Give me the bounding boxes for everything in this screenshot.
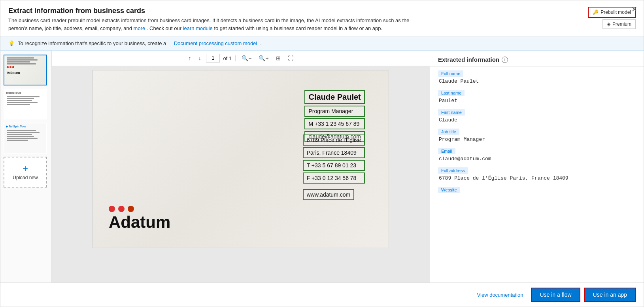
- page-number-input[interactable]: [206, 54, 220, 63]
- zoom-in-button[interactable]: 🔍+: [257, 54, 270, 62]
- field-value-job-title: Program Manager: [438, 136, 636, 142]
- card-address: 6789 Place de l'Église Paris, France 184…: [303, 135, 365, 200]
- thumbnail-item-2[interactable]: Rolecloud: [4, 89, 47, 119]
- main-content: Adatum Rolecloud ▶ TailSpin Toys: [0, 51, 644, 282]
- header-left: Extract information from business cards …: [8, 7, 423, 32]
- card-job-title: Program Manager: [304, 106, 365, 117]
- extracted-fields-list: Full name Claude Paulet Last name Paulet…: [430, 66, 644, 282]
- field-label-full-name: Full name: [438, 70, 463, 77]
- business-card-image: Adatum Claude Paulet Program Manager M +…: [93, 70, 389, 248]
- dialog-title: Extract information from business cards: [8, 7, 423, 15]
- dialog-header: Extract information from business cards …: [0, 0, 644, 36]
- company-name: Adatum: [109, 213, 170, 232]
- field-job-title: Job title Program Manager: [438, 129, 636, 142]
- prebuilt-model-button[interactable]: 🔑 Prebuilt model: [588, 7, 636, 18]
- upload-new-button[interactable]: + Upload new: [4, 157, 47, 188]
- thumbnail-item-1[interactable]: Adatum: [4, 55, 47, 85]
- dot-2: [118, 206, 125, 212]
- field-label-job-title: Job title: [438, 129, 459, 135]
- custom-model-link[interactable]: Document processing custom model: [174, 40, 257, 46]
- header-right: 🔑 Prebuilt model ◈ Premium: [588, 7, 636, 29]
- nav-down-button[interactable]: ↓: [196, 54, 203, 62]
- learn-module-link[interactable]: learn module: [183, 25, 213, 31]
- plus-icon: +: [23, 164, 28, 173]
- field-full-name: Full name Claude Paulet: [438, 70, 636, 84]
- field-last-name: Last name Paulet: [438, 90, 636, 104]
- more-link[interactable]: more: [134, 25, 145, 31]
- card-website: www.adatum.com: [303, 189, 354, 200]
- field-label-website: Website: [438, 187, 460, 193]
- dot-3: [128, 206, 134, 212]
- card-phone2: T +33 5 67 89 01 23: [303, 160, 365, 171]
- info-panel-title: Extracted information i: [438, 56, 636, 63]
- fit-width-button[interactable]: ⊞: [274, 54, 283, 62]
- use-in-app-button[interactable]: Use in an app: [584, 288, 636, 302]
- bottom-bar: View documentation Use in a flow Use in …: [0, 282, 644, 307]
- thumbnail-panel: Adatum Rolecloud ▶ TailSpin Toys: [0, 51, 52, 282]
- field-email: Email claude@adatum.com: [438, 148, 636, 162]
- field-website: Website: [438, 187, 636, 195]
- nav-up-button[interactable]: ↑: [186, 54, 193, 62]
- field-value-email: claude@adatum.com: [438, 156, 636, 162]
- page-total: of 1: [223, 55, 232, 61]
- field-value-full-address: 6789 Place de l'Église Paris, France 184…: [438, 175, 636, 181]
- info-panel-header: Extracted information i: [430, 51, 644, 66]
- card-company: Adatum: [109, 213, 170, 232]
- info-tooltip-icon[interactable]: i: [502, 57, 508, 63]
- field-value-full-name: Claude Paulet: [438, 78, 636, 84]
- field-first-name: First name Claude: [438, 109, 636, 123]
- card-full-name: Claude Paulet: [304, 90, 365, 104]
- info-panel: Extracted information i Full name Claude…: [430, 51, 644, 282]
- image-toolbar: ↑ ↓ of 1 | 🔍− 🔍+ ⊞ ⛶: [52, 51, 430, 66]
- field-label-first-name: First name: [438, 109, 465, 116]
- view-docs-link[interactable]: View documentation: [477, 292, 523, 298]
- close-button[interactable]: ✕: [631, 5, 637, 14]
- card-dots: [109, 206, 134, 212]
- field-label-full-address: Full address: [438, 167, 468, 174]
- image-viewport: Adatum Claude Paulet Program Manager M +…: [52, 66, 430, 282]
- fullscreen-button[interactable]: ⛶: [286, 54, 295, 62]
- field-value-first-name: Claude: [438, 117, 636, 123]
- thumbnail-item-3[interactable]: ▶ TailSpin Toys: [4, 123, 47, 154]
- diamond-icon: ◈: [607, 21, 610, 27]
- card-fax: F +33 0 12 34 56 78: [303, 172, 365, 184]
- info-bar: 💡 To recognize information that's specif…: [0, 36, 644, 51]
- field-value-last-name: Paulet: [438, 98, 636, 104]
- premium-button[interactable]: ◈ Premium: [602, 19, 636, 29]
- lightbulb-icon: 💡: [8, 40, 15, 46]
- extract-info-dialog: Extract information from business cards …: [0, 0, 644, 307]
- image-panel: ↑ ↓ of 1 | 🔍− 🔍+ ⊞ ⛶: [52, 51, 430, 282]
- dialog-description: The business card reader prebuilt model …: [8, 17, 423, 32]
- card-address-line1: 6789 Place de l'Église: [303, 135, 365, 146]
- key-icon: 🔑: [593, 9, 599, 15]
- field-label-email: Email: [438, 148, 455, 154]
- card-phone: M +33 1 23 45 67 89: [304, 118, 365, 129]
- field-full-address: Full address 6789 Place de l'Église Pari…: [438, 167, 636, 181]
- field-label-last-name: Last name: [438, 90, 465, 96]
- zoom-out-button[interactable]: 🔍−: [240, 54, 253, 62]
- separator: |: [235, 55, 236, 62]
- dot-1: [109, 206, 115, 212]
- card-address-line2: Paris, France 18409: [303, 147, 365, 158]
- use-in-flow-button[interactable]: Use in a flow: [531, 288, 580, 302]
